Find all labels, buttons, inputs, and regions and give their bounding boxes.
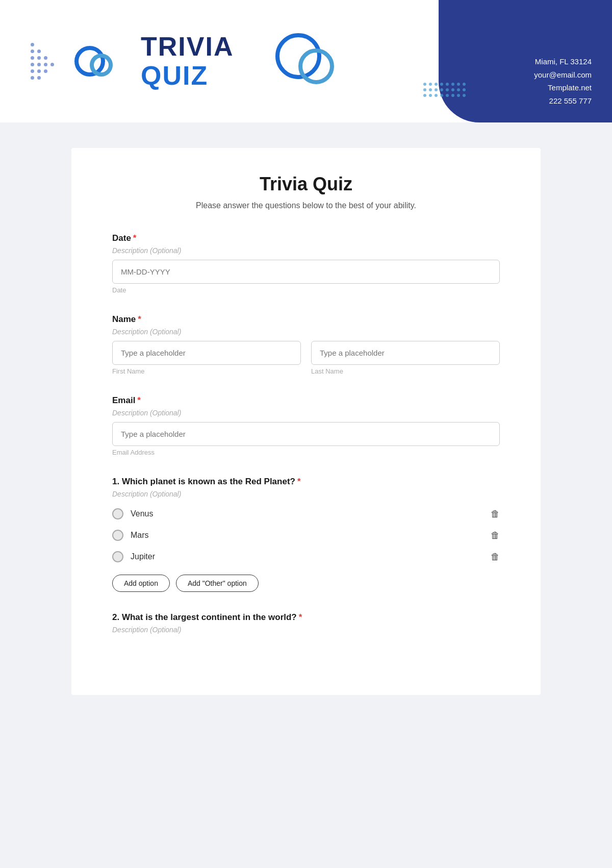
question-2-section: 2. What is the largest continent in the … [112, 612, 500, 634]
logo-trivia: TRIVIA [141, 32, 234, 61]
radio-mars[interactable] [112, 530, 123, 541]
logo-text: TRIVIA QUIZ [141, 32, 234, 90]
add-buttons-q1: Add option Add "Other" option [112, 575, 500, 592]
last-name-input[interactable] [311, 341, 500, 365]
option-row: Jupiter 🗑 [112, 546, 500, 567]
logo-quiz: QUIZ [141, 61, 234, 90]
delete-venus-icon[interactable]: 🗑 [491, 509, 500, 519]
option-venus-text: Venus [131, 509, 153, 518]
name-section: Name* Description (Optional) First Name … [112, 314, 500, 375]
option-row: Mars 🗑 [112, 525, 500, 546]
email-description: Description (Optional) [112, 409, 500, 417]
logo-circles-left [74, 41, 115, 82]
last-name-field: Last Name [311, 341, 500, 375]
contact-phone: 222 555 777 [534, 94, 592, 108]
question-1-section: 1. Which planet is known as the Red Plan… [112, 477, 500, 592]
name-row: First Name Last Name [112, 341, 500, 375]
add-option-button[interactable]: Add option [112, 575, 170, 592]
email-section: Email* Description (Optional) Email Addr… [112, 395, 500, 456]
first-name-input[interactable] [112, 341, 301, 365]
header-center-decoration [275, 33, 337, 89]
header-left-dots [31, 43, 54, 80]
contact-city: Miami, FL 33124 [534, 55, 592, 68]
form-title: Trivia Quiz [112, 173, 500, 195]
radio-jupiter[interactable] [112, 551, 123, 562]
header-right-dots [423, 83, 466, 97]
email-input[interactable] [112, 422, 500, 446]
first-name-hint: First Name [112, 367, 301, 375]
name-label: Name* [112, 314, 500, 325]
question-2-label: 2. What is the largest continent in the … [112, 612, 500, 623]
contact-site: Template.net [534, 81, 592, 94]
header: TRIVIA QUIZ Miami, FL 33124 your@email.c… [0, 0, 612, 122]
delete-jupiter-icon[interactable]: 🗑 [491, 552, 500, 562]
option-jupiter-text: Jupiter [131, 552, 155, 561]
question-1-description: Description (Optional) [112, 490, 500, 498]
question-2-description: Description (Optional) [112, 626, 500, 634]
form-subtitle: Please answer the questions below to the… [112, 201, 500, 210]
option-mars-text: Mars [131, 531, 149, 540]
date-hint: Date [112, 286, 500, 294]
header-contact: Miami, FL 33124 your@email.com Template.… [534, 55, 592, 107]
date-input[interactable] [112, 260, 500, 284]
header-right: Miami, FL 33124 your@email.com Template.… [439, 0, 612, 122]
main-form: Trivia Quiz Please answer the questions … [71, 148, 541, 695]
email-label: Email* [112, 395, 500, 406]
email-hint: Email Address [112, 449, 500, 456]
last-name-hint: Last Name [311, 367, 500, 375]
name-description: Description (Optional) [112, 328, 500, 336]
radio-venus[interactable] [112, 508, 123, 519]
date-description: Description (Optional) [112, 246, 500, 255]
option-row: Venus 🗑 [112, 503, 500, 525]
date-label: Date* [112, 233, 500, 243]
question-1-label: 1. Which planet is known as the Red Plan… [112, 477, 500, 487]
contact-email: your@email.com [534, 68, 592, 82]
header-left: TRIVIA QUIZ [31, 32, 234, 90]
add-other-option-button[interactable]: Add "Other" option [176, 575, 259, 592]
delete-mars-icon[interactable]: 🗑 [491, 530, 500, 541]
first-name-field: First Name [112, 341, 301, 375]
date-section: Date* Description (Optional) Date [112, 233, 500, 294]
